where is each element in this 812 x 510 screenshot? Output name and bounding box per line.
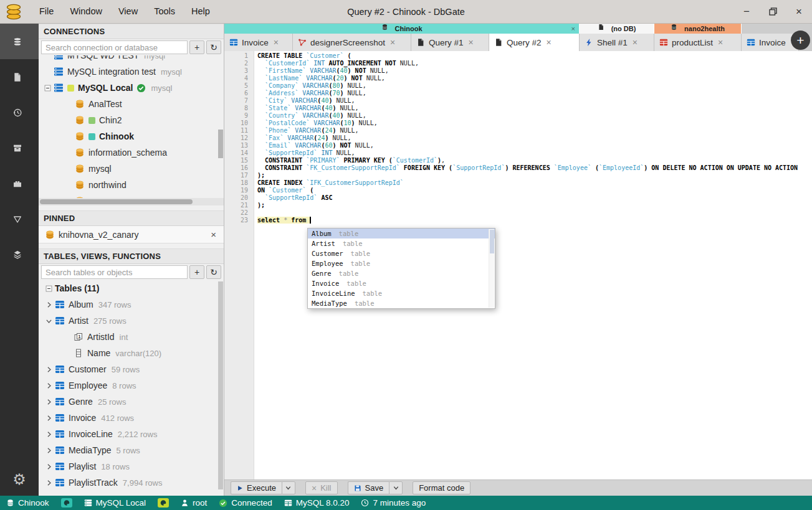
refresh-tables-button[interactable]: ↻ bbox=[206, 265, 221, 279]
connection-row[interactable]: MySQL integration testmysql bbox=[39, 64, 224, 80]
table-row[interactable]: Genre25 rows bbox=[39, 394, 224, 410]
connections-search-input[interactable] bbox=[41, 40, 188, 54]
table-row[interactable]: Artist275 rows bbox=[39, 313, 224, 329]
chevron-right-icon[interactable] bbox=[42, 398, 55, 406]
chevron-right-icon[interactable] bbox=[42, 463, 55, 471]
table-row[interactable]: Album347 rows bbox=[39, 296, 224, 313]
autocomplete-item[interactable]: MediaTypetable bbox=[308, 298, 495, 308]
format-code-button[interactable]: Format code bbox=[413, 481, 470, 494]
tab-productlist[interactable]: productList× bbox=[654, 34, 742, 51]
database-widget[interactable] bbox=[0, 24, 39, 59]
tables-vertical-scrollbar[interactable] bbox=[218, 281, 223, 489]
menu-help[interactable]: Help bbox=[183, 0, 218, 23]
tab-invoice[interactable]: Invoice bbox=[742, 34, 799, 51]
table-row[interactable]: PlaylistTrack7,994 rows bbox=[39, 475, 224, 491]
database-row[interactable] bbox=[39, 193, 224, 198]
scrollbar-thumb[interactable] bbox=[40, 199, 193, 204]
chevron-right-icon[interactable] bbox=[42, 382, 55, 390]
chevron-down-icon[interactable] bbox=[42, 317, 55, 325]
tab-invoice[interactable]: Invoice× bbox=[224, 34, 293, 51]
close-icon[interactable]: × bbox=[786, 0, 812, 23]
kill-button[interactable]: × Kill bbox=[305, 481, 338, 494]
table-row[interactable]: MediaType5 rows bbox=[39, 442, 224, 458]
cell-data-widget[interactable] bbox=[0, 237, 39, 272]
autocomplete-item[interactable]: Artisttable bbox=[308, 238, 495, 248]
menu-tools[interactable]: Tools bbox=[146, 0, 183, 23]
autocomplete-item[interactable]: Genretable bbox=[308, 268, 495, 278]
collapse-icon[interactable] bbox=[41, 84, 54, 92]
tab-close-icon[interactable]: × bbox=[274, 37, 279, 47]
chevron-right-icon[interactable] bbox=[42, 430, 55, 438]
autocomplete-item[interactable]: Invoicetable bbox=[308, 278, 495, 288]
table-row[interactable]: Invoice412 rows bbox=[39, 410, 224, 426]
tab-group-nano2health[interactable]: nano2health bbox=[654, 24, 742, 34]
autocomplete-item[interactable]: Employeetable bbox=[308, 258, 495, 268]
execute-dropdown-button[interactable] bbox=[282, 481, 295, 494]
chevron-right-icon[interactable] bbox=[42, 301, 55, 309]
connections-vertical-scrollbar[interactable] bbox=[218, 130, 223, 158]
add-tab-button[interactable]: + bbox=[791, 31, 810, 50]
execute-button[interactable]: Execute bbox=[231, 481, 282, 494]
tables-search-input[interactable] bbox=[41, 265, 188, 279]
autocomplete-item[interactable]: InvoiceLinetable bbox=[308, 288, 495, 298]
files-widget[interactable] bbox=[0, 59, 39, 95]
tab-query-2[interactable]: Query #2× bbox=[489, 34, 580, 51]
menu-file[interactable]: File bbox=[31, 0, 62, 23]
restore-icon[interactable] bbox=[760, 0, 786, 23]
plugins-widget[interactable] bbox=[0, 166, 39, 201]
table-row[interactable]: Customer59 rows bbox=[39, 361, 224, 377]
tab-close-icon[interactable]: × bbox=[469, 37, 474, 47]
chevron-right-icon[interactable] bbox=[42, 414, 55, 422]
database-row[interactable]: AnalTest bbox=[39, 96, 224, 112]
database-row[interactable]: Chin2 bbox=[39, 112, 224, 128]
column-row[interactable]: Namevarchar(120) bbox=[39, 345, 224, 361]
menu-view[interactable]: View bbox=[110, 0, 146, 23]
close-group-icon[interactable]: × bbox=[571, 25, 575, 32]
autocomplete-item[interactable]: Albumtable bbox=[308, 229, 495, 238]
tab-designerscreenshot[interactable]: designerScreenshot× bbox=[293, 34, 411, 51]
autocomplete-scrollbar[interactable] bbox=[489, 229, 494, 308]
history-widget[interactable] bbox=[0, 95, 39, 130]
table-row[interactable]: Playlist18 rows bbox=[39, 458, 224, 475]
refresh-connections-button[interactable]: ↻ bbox=[206, 40, 221, 54]
tables-group-row[interactable]: Tables (11) bbox=[39, 280, 224, 296]
database-row[interactable]: Chinook bbox=[39, 128, 224, 144]
tab-close-icon[interactable]: × bbox=[547, 37, 552, 47]
column-row[interactable]: 1ArtistIdint bbox=[39, 329, 224, 345]
connection-row[interactable]: MYSQL WD TESTmysql bbox=[39, 55, 224, 64]
query-widget[interactable] bbox=[0, 201, 39, 237]
save-dropdown-button[interactable] bbox=[389, 481, 403, 494]
chevron-right-icon[interactable] bbox=[42, 366, 55, 374]
save-button[interactable]: Save bbox=[348, 481, 389, 494]
chevron-right-icon[interactable] bbox=[42, 479, 55, 487]
tab-shell-1[interactable]: Shell #1× bbox=[580, 34, 654, 51]
tab-group-chinook[interactable]: Chinook× bbox=[224, 24, 580, 34]
tab-close-icon[interactable]: × bbox=[390, 37, 395, 47]
table-row[interactable]: Employee8 rows bbox=[39, 377, 224, 394]
tab-close-icon[interactable]: × bbox=[718, 37, 723, 47]
connections-horizontal-scrollbar[interactable] bbox=[39, 198, 224, 205]
archive-widget[interactable] bbox=[0, 130, 39, 166]
add-connection-button[interactable]: + bbox=[189, 40, 204, 54]
settings-button[interactable]: ⚙ bbox=[0, 463, 39, 496]
add-table-button[interactable]: + bbox=[189, 265, 204, 279]
autocomplete-item[interactable]: Customertable bbox=[308, 248, 495, 258]
tab-query-1[interactable]: Query #1× bbox=[411, 34, 489, 51]
database-row[interactable]: northwind bbox=[39, 177, 224, 193]
minimize-icon[interactable]: − bbox=[733, 0, 760, 23]
database-row[interactable]: mysql bbox=[39, 161, 224, 177]
chevron-right-icon[interactable] bbox=[42, 446, 55, 455]
tab-close-icon[interactable]: × bbox=[633, 37, 638, 47]
connection-row[interactable]: MySQL Localmysql bbox=[39, 80, 224, 96]
status-user[interactable]: root bbox=[181, 498, 207, 508]
unpin-icon[interactable]: × bbox=[211, 229, 224, 240]
pinned-item[interactable]: knihovna_v2_canary × bbox=[39, 226, 224, 243]
table-row[interactable]: InvoiceLine2,212 rows bbox=[39, 426, 224, 442]
database-row[interactable]: information_schema bbox=[39, 144, 224, 161]
status-database[interactable]: Chinook bbox=[6, 498, 49, 508]
menu-window[interactable]: Window bbox=[62, 0, 110, 23]
collapse-icon[interactable] bbox=[42, 285, 55, 293]
tab-group--no-db-[interactable]: (no DB) bbox=[580, 24, 654, 34]
status-connection[interactable]: MySQL Local bbox=[84, 498, 146, 508]
sql-editor[interactable]: 1234567891011121314151617181920212223 CR… bbox=[224, 51, 812, 479]
